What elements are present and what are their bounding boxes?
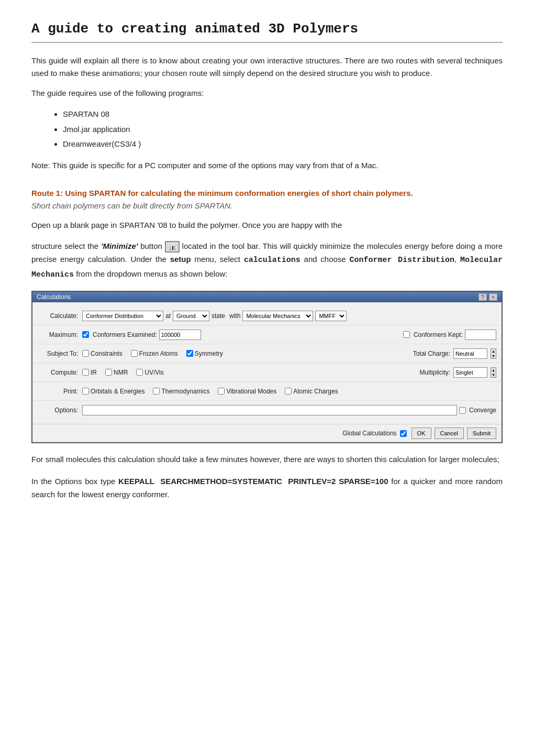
ground-state-select[interactable]: Ground (173, 311, 209, 321)
constraints-label: Constraints (91, 350, 123, 357)
subject-to-row: Subject To: Constraints Frozen Atoms Sym… (32, 344, 502, 363)
frozen-atoms-label: Frozen Atoms (139, 350, 178, 357)
multiplicity-input[interactable] (453, 367, 487, 378)
programs-list: SPARTAN 08 Jmol.jar application Dreamwea… (31, 107, 503, 152)
state-label: state (212, 312, 225, 320)
total-charge-spin-down[interactable]: ▼ (491, 354, 496, 358)
symmetry-checkbox[interactable] (186, 350, 193, 357)
calculate-label: Calculate: (38, 312, 82, 320)
conformers-examined-input[interactable] (159, 330, 201, 340)
options-row: Options: Converge (32, 401, 502, 420)
total-charge-input[interactable] (453, 348, 487, 359)
conformers-kept-checkbox[interactable] (403, 331, 410, 338)
frozen-atoms-checkbox[interactable] (131, 350, 138, 357)
constraints-group: Constraints (82, 350, 123, 357)
total-charge-spin-up[interactable]: ▲ (491, 349, 496, 354)
route1-para1: Open up a blank page in SPARTAN '08 to b… (31, 218, 503, 232)
note-para: Note: This guide is specific for a PC co… (31, 159, 503, 172)
cancel-button[interactable]: Cancel (435, 428, 464, 439)
minimize-text: 'Minimize' (101, 242, 138, 250)
ok-button[interactable]: OK (411, 428, 431, 439)
minimize-icon: ↓E (165, 241, 180, 253)
multiplicity-spin-down[interactable]: ▼ (491, 372, 496, 377)
help-button[interactable]: ? (479, 293, 487, 301)
at-label: at (165, 312, 171, 320)
maximum-label: Maximum: (38, 331, 82, 338)
calculate-content: Conformer Distribution at Ground state w… (82, 311, 496, 321)
intro-para1: This guide will explain all there is to … (31, 54, 503, 80)
calculations-text: calculations (244, 256, 301, 265)
options-content: Converge (82, 405, 496, 415)
compute-row: Compute: IR NMR UV/Vis Multiplicity: (32, 363, 502, 382)
titlebar-controls: ? × (479, 293, 497, 301)
global-calculations-checkbox[interactable] (400, 430, 407, 437)
orbitals-energies-group: Orbitals & Energies (82, 388, 144, 395)
setup-text: setup (170, 255, 191, 264)
constraints-checkbox[interactable] (82, 350, 89, 357)
after-dialog-para1: For small molecules this calculation sho… (31, 453, 503, 466)
maximum-content: Conformers Examined: Conformers Kept: (82, 330, 496, 340)
total-charge-spinbox-arrows[interactable]: ▲ ▼ (491, 348, 496, 359)
conformers-examined-checkbox[interactable] (82, 331, 89, 338)
dialog-title: Calculations (37, 293, 71, 301)
list-item: Dreamweaver(CS3/4 ) (63, 137, 503, 152)
uvvis-group: UV/Vis (136, 369, 163, 376)
print-row: Print: Orbitals & Energies Thermodynamic… (32, 382, 502, 401)
converge-label: Converge (469, 407, 496, 414)
multiplicity-spinbox-arrows[interactable]: ▲ ▼ (491, 367, 496, 378)
thermodynamics-group: Thermodynamics (153, 388, 209, 395)
converge-checkbox[interactable] (459, 407, 466, 414)
atomic-charges-group: Atomic Charges (285, 388, 338, 395)
close-button[interactable]: × (489, 293, 497, 301)
vibrational-modes-checkbox[interactable] (218, 388, 225, 395)
calculate-row: Calculate: Conformer Distribution at Gro… (32, 306, 502, 325)
programs-intro: The guide requires use of the following … (31, 87, 503, 100)
conformers-kept-input[interactable] (465, 330, 496, 340)
options-input[interactable] (82, 405, 457, 415)
options-label: Options: (38, 407, 82, 414)
ir-label: IR (91, 369, 97, 376)
subject-to-label: Subject To: (38, 350, 82, 357)
frozen-atoms-group: Frozen Atoms (131, 350, 178, 357)
mol-mechanics-select[interactable]: Molecular Mechanics (242, 311, 313, 321)
print-content: Orbitals & Energies Thermodynamics Vibra… (82, 388, 496, 395)
conformer-distribution-select[interactable]: Conformer Distribution (82, 311, 163, 321)
page-title: A guide to creating animated 3D Polymers (31, 21, 503, 43)
compute-label: Compute: (38, 369, 82, 376)
dialog-body: Calculate: Conformer Distribution at Gro… (32, 302, 502, 424)
atomic-charges-label: Atomic Charges (293, 388, 338, 395)
dialog-titlebar: Calculations ? × (32, 292, 502, 302)
compute-content: IR NMR UV/Vis Multiplicity: ▲ ▼ (82, 367, 496, 378)
orbitals-energies-checkbox[interactable] (82, 388, 89, 395)
multiplicity-spin-up[interactable]: ▲ (491, 368, 496, 372)
thermodynamics-label: Thermodynamics (161, 388, 209, 395)
route1-subheading: Short chain polymers can be built direct… (31, 201, 503, 210)
conformer-text: Conformer Distribution (349, 256, 454, 265)
symmetry-group: Symmetry (186, 350, 223, 357)
calculations-dialog: Calculations ? × Calculate: Conformer Di… (31, 291, 503, 443)
uvvis-checkbox[interactable] (136, 369, 143, 376)
mmff-select[interactable]: MMFF (315, 311, 347, 321)
converge-group: Converge (459, 407, 496, 414)
after-dialog-para2: In the Options box type KEEPALL SEARCHME… (31, 475, 503, 501)
nmr-label: NMR (114, 369, 128, 376)
route1-para2: structure select the 'Minimize' button ↓… (31, 239, 503, 282)
dialog-footer: Global Calculations OK Cancel Submit (32, 424, 502, 442)
total-charge-label: Total Charge: (413, 350, 450, 357)
vibrational-modes-group: Vibrational Modes (218, 388, 276, 395)
atomic-charges-checkbox[interactable] (285, 388, 292, 395)
global-calculations-label: Global Calculations (342, 430, 396, 437)
maximum-row: Maximum: Conformers Examined: Conformers… (32, 325, 502, 344)
conformers-kept-label: Conformers Kept: (414, 331, 463, 338)
uvvis-label: UV/Vis (144, 369, 163, 376)
nmr-group: NMR (105, 369, 128, 376)
keepall-text: KEEPALL SEARCHMETHOD=SYSTEMATIC PRINTLEV… (118, 477, 388, 486)
submit-button[interactable]: Submit (467, 428, 496, 439)
with-label: with (229, 312, 240, 320)
nmr-checkbox[interactable] (105, 369, 112, 376)
thermodynamics-checkbox[interactable] (153, 388, 160, 395)
vibrational-modes-label: Vibrational Modes (226, 388, 276, 395)
total-charge-group: Total Charge: ▲ ▼ (413, 348, 496, 359)
ir-group: IR (82, 369, 97, 376)
ir-checkbox[interactable] (82, 369, 89, 376)
